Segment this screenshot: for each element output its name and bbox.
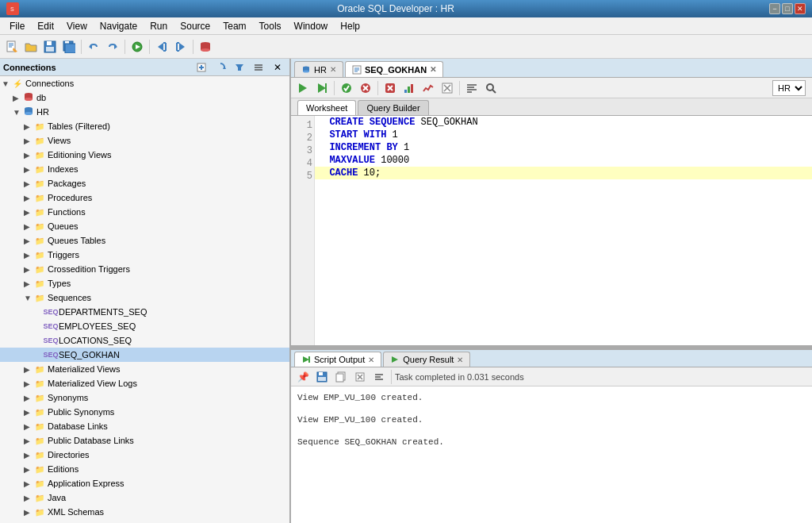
- toggle-functions[interactable]: ▶: [24, 208, 33, 217]
- tree-item-pub-synonyms[interactable]: ▶ 📁 Public Synonyms: [0, 405, 289, 419]
- filter-button[interactable]: [231, 59, 248, 76]
- toggle-hr[interactable]: ▼: [13, 108, 22, 117]
- sub-tab-query-builder[interactable]: Query Builder: [358, 100, 428, 115]
- save-all-button[interactable]: [60, 38, 78, 56]
- menu-run[interactable]: Run: [144, 19, 174, 33]
- output-tab-script-close[interactable]: ✕: [368, 356, 374, 364]
- toggle-directories[interactable]: ▶: [24, 451, 33, 460]
- tree-item-types[interactable]: ▶ 📁 Types: [0, 276, 289, 290]
- undo-button[interactable]: [85, 38, 102, 56]
- tree-item-triggers[interactable]: ▶ 📁 Triggers: [0, 248, 289, 262]
- tree-item-mat-view-logs[interactable]: ▶ 📁 Materialized View Logs: [0, 376, 289, 390]
- tree-item-functions[interactable]: ▶ 📁 Functions: [0, 205, 289, 219]
- tree-item-java[interactable]: ▶ 📁 Java: [0, 490, 289, 505]
- toggle-pub-db-links[interactable]: ▶: [24, 436, 33, 445]
- toggle-crossedition[interactable]: ▶: [24, 265, 33, 274]
- menu-view[interactable]: View: [60, 19, 94, 33]
- tree-item-emp-seq[interactable]: SEQ EMPLOYEES_SEQ: [0, 319, 289, 333]
- toggle-mat-view-logs[interactable]: ▶: [24, 379, 33, 388]
- tree-item-xml-schemas[interactable]: ▶ 📁 XML Schemas: [0, 505, 289, 519]
- run-script-button[interactable]: [313, 79, 331, 97]
- redo-button[interactable]: [104, 38, 121, 56]
- tree-item-synonyms[interactable]: ▶ 📁 Synonyms: [0, 390, 289, 405]
- toggle-indexes[interactable]: ▶: [24, 165, 33, 174]
- menu-navigate[interactable]: Navigate: [94, 19, 144, 33]
- commit-button[interactable]: [338, 79, 355, 97]
- tree-item-loc-seq[interactable]: SEQ LOCATIONS_SEQ: [0, 333, 289, 348]
- menu-tools[interactable]: Tools: [253, 19, 288, 33]
- menu-source[interactable]: Source: [174, 19, 216, 33]
- toggle-pub-synonyms[interactable]: ▶: [24, 408, 33, 417]
- toggle-queues[interactable]: ▶: [24, 222, 33, 231]
- tree-item-queues-tables[interactable]: ▶ 📁 Queues Tables: [0, 233, 289, 248]
- tree-item-editions[interactable]: ▶ 📁 Editions: [0, 462, 289, 476]
- save-output-button[interactable]: [313, 368, 331, 386]
- tree-item-connections[interactable]: ▼ ⚡ Connections: [0, 76, 289, 90]
- db-button[interactable]: [197, 38, 214, 56]
- toggle-connections[interactable]: ▼: [2, 79, 11, 88]
- toggle-app-express[interactable]: ▶: [24, 479, 33, 488]
- toggle-db[interactable]: ▶: [13, 94, 22, 102]
- connection-selector[interactable]: HR: [772, 80, 806, 96]
- format-button[interactable]: [463, 79, 481, 97]
- format-output-button[interactable]: [370, 368, 388, 386]
- tree-item-procedures[interactable]: ▶ 📁 Procedures: [0, 190, 289, 205]
- tree-item-crossedition[interactable]: ▶ 📁 Crossedition Triggers: [0, 262, 289, 276]
- toggle-tables[interactable]: ▶: [24, 122, 33, 131]
- clear-output-btn[interactable]: [351, 368, 369, 386]
- back-button[interactable]: [153, 38, 170, 56]
- copy-output-button[interactable]: [332, 368, 350, 386]
- output-tab-script[interactable]: Script Output ✕: [294, 352, 381, 367]
- add-connection-button[interactable]: [193, 59, 210, 76]
- cancel-button[interactable]: [381, 79, 399, 97]
- toggle-editions[interactable]: ▶: [24, 465, 33, 474]
- tree-item-editioning[interactable]: ▶ 📁 Editioning Views: [0, 148, 289, 162]
- close-panel-button[interactable]: ✕: [269, 59, 286, 76]
- toggle-triggers[interactable]: ▶: [24, 251, 33, 260]
- save-button[interactable]: [41, 38, 59, 56]
- tab-seq-gokhan[interactable]: SEQ_GOKHAN ✕: [345, 61, 443, 77]
- tree-item-mat-views[interactable]: ▶ 📁 Materialized Views: [0, 362, 289, 376]
- tab-seq-gokhan-close[interactable]: ✕: [430, 65, 436, 74]
- toggle-xml-schemas[interactable]: ▶: [24, 508, 33, 517]
- find-replace-button[interactable]: [482, 79, 500, 97]
- toggle-synonyms[interactable]: ▶: [24, 394, 33, 402]
- output-tab-query[interactable]: Query Result ✕: [383, 352, 470, 367]
- new-button[interactable]: [3, 38, 21, 56]
- menu-edit[interactable]: Edit: [31, 19, 60, 33]
- menu-help[interactable]: Help: [334, 19, 366, 33]
- tree-item-indexes[interactable]: ▶ 📁 Indexes: [0, 162, 289, 176]
- toggle-editioning[interactable]: ▶: [24, 151, 33, 160]
- open-button[interactable]: [22, 38, 40, 56]
- clear-output-button[interactable]: [439, 79, 456, 97]
- rollback-button[interactable]: [357, 79, 374, 97]
- run-statement-button[interactable]: [294, 79, 312, 97]
- toggle-java[interactable]: ▶: [24, 494, 33, 502]
- tree-item-xml-db[interactable]: ▶ 📁 XML DB Repository: [0, 519, 289, 523]
- tree-item-queues[interactable]: ▶ 📁 Queues: [0, 219, 289, 233]
- tree-item-views[interactable]: ▶ 📁 Views: [0, 133, 289, 148]
- tree-item-hr[interactable]: ▼ HR: [0, 105, 289, 119]
- autotrace-button[interactable]: [419, 79, 437, 97]
- tree-item-packages[interactable]: ▶ 📁 Packages: [0, 176, 289, 190]
- explain-plan-button[interactable]: [400, 79, 418, 97]
- toggle-queues-tables[interactable]: ▶: [24, 237, 33, 245]
- tree-item-pub-db-links[interactable]: ▶ 📁 Public Database Links: [0, 433, 289, 448]
- output-tab-query-close[interactable]: ✕: [457, 356, 463, 364]
- menu-window[interactable]: Window: [288, 19, 335, 33]
- forward-button[interactable]: [172, 38, 190, 56]
- tree-item-db[interactable]: ▶ db: [0, 90, 289, 105]
- tree-item-tables[interactable]: ▶ 📁 Tables (Filtered): [0, 119, 289, 133]
- toggle-packages[interactable]: ▶: [24, 179, 33, 188]
- toggle-mat-views[interactable]: ▶: [24, 365, 33, 374]
- maximize-button[interactable]: □: [782, 3, 793, 14]
- tree-item-db-links[interactable]: ▶ 📁 Database Links: [0, 419, 289, 433]
- tab-hr-close[interactable]: ✕: [330, 65, 336, 74]
- menu-team[interactable]: Team: [216, 19, 252, 33]
- code-area[interactable]: CREATE SEQUENCE SEQ_GOKHAN START WITH 1 …: [315, 116, 812, 345]
- tree-item-dept-seq[interactable]: SEQ DEPARTMENTS_SEQ: [0, 305, 289, 319]
- connect-button[interactable]: [128, 38, 146, 56]
- tree-item-seq-gokhan[interactable]: SEQ SEQ_GOKHAN: [0, 348, 289, 362]
- collapse-all-button[interactable]: [250, 59, 267, 76]
- toggle-views[interactable]: ▶: [24, 137, 33, 145]
